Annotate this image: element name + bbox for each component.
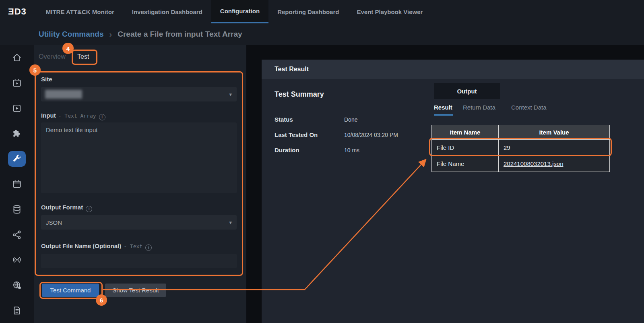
test-summary-heading: Test Summary xyxy=(275,90,324,99)
output-file-name-label: Output File Name (Optional)- Texti xyxy=(41,242,152,251)
playbook-runs-icon[interactable] xyxy=(8,100,26,116)
cell-file-name-name: File Name xyxy=(432,156,499,172)
annotation-badge-6: 6 xyxy=(96,294,107,306)
utility-commands-icon[interactable] xyxy=(8,151,26,167)
output-file-name-type-hint: - Text xyxy=(124,243,142,249)
nav-item-configuration[interactable]: Configuration xyxy=(211,0,268,23)
geo-monitor-icon[interactable] xyxy=(8,277,26,293)
breadcrumb: Utility Commands › Create a File from in… xyxy=(0,23,644,45)
tab-test[interactable]: Test xyxy=(77,53,89,60)
show-test-result-button[interactable]: Show Test Result xyxy=(105,284,166,297)
subtab-return-data[interactable]: Return Data xyxy=(463,104,495,111)
test-result-title: Test Result xyxy=(275,66,309,73)
site-select[interactable]: ▾ xyxy=(41,87,237,101)
breadcrumb-current-page: Create a File from input Text Array xyxy=(118,30,242,39)
breadcrumb-utility-commands[interactable]: Utility Commands xyxy=(39,30,104,39)
d3-logo: ƎD3 xyxy=(0,0,37,23)
annotation-badge-4: 4 xyxy=(62,43,74,54)
summary-duration-value: 10 ms xyxy=(344,147,359,153)
output-format-label-text: Output Format xyxy=(41,204,83,211)
output-file-name-label-text: Output File Name (Optional) xyxy=(41,242,121,249)
active-subtab-underline xyxy=(434,114,453,116)
breadcrumb-chevron-icon: › xyxy=(109,30,112,39)
test-result-body xyxy=(262,79,644,323)
summary-duration-label: Duration xyxy=(275,147,299,153)
nav-item-reporting-dashboard[interactable]: Reporting Dashboard xyxy=(268,0,348,23)
output-result-table: Item Name Item Value File ID 29 File Nam… xyxy=(431,125,610,172)
cell-file-id-value: 29 xyxy=(499,140,610,156)
subtab-result[interactable]: Result xyxy=(434,104,452,111)
table-row-file-id: File ID 29 xyxy=(432,140,610,156)
home-icon[interactable] xyxy=(8,50,26,66)
icon-sidebar xyxy=(0,45,34,323)
nav-item-mitre-monitor[interactable]: MITRE ATT&CK Monitor xyxy=(37,0,123,23)
col-header-item-name: Item Name xyxy=(432,125,499,140)
output-format-value: JSON xyxy=(46,219,62,226)
cell-file-name-value: 20241008032013.json xyxy=(499,156,610,172)
table-row-file-name: File Name 20241008032013.json xyxy=(432,156,610,172)
output-format-select[interactable]: JSON ▾ xyxy=(41,215,237,230)
table-header-row: Item Name Item Value xyxy=(432,125,610,140)
nav-item-investigation-dashboard[interactable]: Investigation Dashboard xyxy=(123,0,211,23)
cell-file-id-name: File ID xyxy=(432,140,499,156)
top-nav: ƎD3 MITRE ATT&CK Monitor Investigation D… xyxy=(0,0,644,23)
connections-icon[interactable] xyxy=(8,227,26,242)
chevron-down-icon: ▾ xyxy=(229,219,232,226)
event-intake-icon[interactable] xyxy=(8,252,26,268)
summary-last-tested-label: Last Tested On xyxy=(275,131,318,138)
schedules-icon[interactable] xyxy=(8,176,26,192)
input-type-hint: - Text Array xyxy=(58,113,96,119)
input-label-text: Input xyxy=(41,112,56,119)
file-name-link[interactable]: 20241008032013.json xyxy=(504,160,563,167)
col-header-item-value: Item Value xyxy=(499,125,610,140)
test-command-button[interactable]: Test Command xyxy=(42,284,99,297)
info-icon[interactable]: i xyxy=(145,244,152,251)
scheduled-playbooks-icon[interactable] xyxy=(8,75,26,91)
site-field-label: Site xyxy=(41,76,52,83)
output-format-label: Output Formati xyxy=(41,204,92,212)
subtab-context-data[interactable]: Context Data xyxy=(511,104,547,111)
app-root: ƎD3 MITRE ATT&CK Monitor Investigation D… xyxy=(0,0,644,323)
site-selected-value-redacted xyxy=(45,90,82,99)
tab-overview[interactable]: Overview xyxy=(39,53,66,60)
test-result-header: Test Result xyxy=(262,60,644,79)
summary-status-label: Status xyxy=(275,116,293,123)
integrations-icon[interactable] xyxy=(8,126,26,141)
data-management-icon[interactable] xyxy=(8,201,26,217)
input-textarea[interactable]: Demo text file input xyxy=(41,122,237,193)
info-icon[interactable]: i xyxy=(99,114,105,120)
audit-reports-icon[interactable] xyxy=(8,302,26,318)
annotation-badge-5: 5 xyxy=(29,64,41,76)
chevron-down-icon: ▾ xyxy=(229,91,232,97)
summary-last-tested-value: 10/08/2024 03:20 PM xyxy=(344,132,398,138)
nav-item-event-playbook-viewer[interactable]: Event Playbook Viewer xyxy=(348,0,431,23)
info-icon[interactable]: i xyxy=(86,206,92,212)
summary-status-value: Done xyxy=(344,116,357,123)
site-label-text: Site xyxy=(41,76,52,83)
output-file-name-input[interactable] xyxy=(41,254,237,268)
tab-output[interactable]: Output xyxy=(434,83,500,99)
input-field-label: Input- Text Arrayi xyxy=(41,112,105,120)
